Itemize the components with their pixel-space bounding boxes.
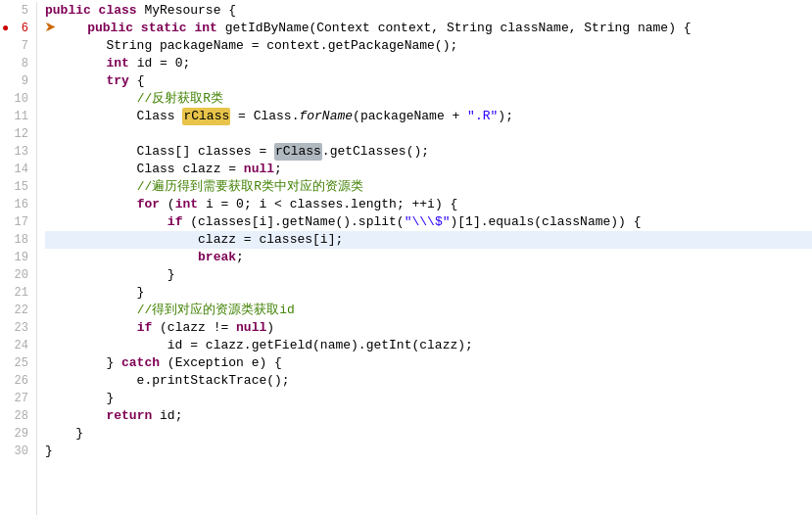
line-6: 6: [4, 20, 28, 37]
line-22: 22: [4, 302, 28, 319]
code-line-14: Class clazz = null;: [45, 161, 812, 178]
code-line-21: }: [45, 284, 812, 302]
comment-loop: //遍历得到需要获取R类中对应的资源类: [137, 178, 363, 196]
keyword-null-14: null: [244, 161, 274, 178]
code-line-16: for (int i = 0; i < classes.length; ++i)…: [45, 196, 812, 213]
string-split: "\\\$": [405, 213, 451, 231]
line-26: 26: [4, 372, 28, 390]
code-line-18: clazz = classes[i];: [45, 231, 812, 249]
line-17: 17: [4, 213, 28, 231]
line-24: 24: [4, 337, 28, 354]
line-27: 27: [4, 390, 28, 407]
code-line-19: break;: [45, 249, 812, 266]
line-30: 30: [4, 443, 28, 460]
keyword-public2: public: [87, 20, 141, 37]
code-line-8: int id = 0;: [45, 55, 812, 72]
code-line-12: [45, 125, 812, 143]
keyword-for: for: [137, 196, 167, 213]
keyword-catch: catch: [121, 354, 167, 372]
highlight-rclass-yellow: rClass: [182, 108, 230, 125]
line-15: 15: [4, 178, 28, 196]
code-line-11: Class rClass = Class.forName(packageName…: [45, 108, 812, 125]
line-5: 5: [4, 2, 28, 20]
keyword-if-17: if: [167, 213, 190, 231]
keyword-null-23: null: [236, 319, 266, 337]
code-line-30: }: [45, 443, 812, 460]
line-7: 7: [4, 37, 28, 55]
code-line-24: id = clazz.getField(name).getInt(clazz);: [45, 337, 812, 354]
line-28: 28: [4, 407, 28, 425]
string-r: ".R": [467, 108, 498, 125]
code-line-27: }: [45, 390, 812, 407]
code-line-15: //遍历得到需要获取R类中对应的资源类: [45, 178, 812, 196]
keyword-if-23: if: [137, 319, 160, 337]
line-13: 13: [4, 143, 28, 161]
line-12: 12: [4, 125, 28, 143]
comment-reflect: //反射获取R类: [137, 90, 223, 108]
line-9: 9: [4, 72, 28, 90]
code-line-28: return id;: [45, 407, 812, 425]
keyword-int: int: [194, 20, 224, 37]
line-19: 19: [4, 249, 28, 266]
code-content: public class MyResourse { ⮞ public stati…: [37, 2, 812, 515]
code-line-29: }: [45, 425, 812, 443]
code-line-26: e.printStackTrace();: [45, 372, 812, 390]
keyword-class: class: [99, 2, 145, 20]
code-line-5: public class MyResourse {: [45, 2, 812, 20]
code-line-9: try {: [45, 72, 812, 90]
keyword-int-8: int: [106, 55, 136, 72]
keyword-break: break: [198, 249, 236, 266]
code-line-25: } catch (Exception e) {: [45, 354, 812, 372]
highlight-rclass-gray: rClass: [274, 143, 322, 161]
method-forname: forName: [299, 108, 353, 125]
code-line-17: if (classes[i].getName().split("\\\$")[1…: [45, 213, 812, 231]
line-10: 10: [4, 90, 28, 108]
line-11: 11: [4, 108, 28, 125]
keyword-int-16: int: [175, 196, 206, 213]
line-23: 23: [4, 319, 28, 337]
code-line-20: }: [45, 266, 812, 284]
line-21: 21: [4, 284, 28, 302]
line-8: 8: [4, 55, 28, 72]
keyword-try: try: [106, 72, 136, 90]
code-line-23: if (clazz != null): [45, 319, 812, 337]
code-line-10: //反射获取R类: [45, 90, 812, 108]
code-editor: 5 6 7 8 9 10 11 12 13 14 15 16 17 18 19 …: [0, 0, 812, 515]
debug-arrow: ⮞: [45, 20, 57, 37]
line-14: 14: [4, 161, 28, 178]
code-line-22: //得到对应的资源类获取id: [45, 302, 812, 319]
line-25: 25: [4, 354, 28, 372]
keyword-public: public: [45, 2, 99, 20]
code-line-7: String packageName = context.getPackageN…: [45, 37, 812, 55]
keyword-static: static: [141, 20, 195, 37]
line-16: 16: [4, 196, 28, 213]
line-29: 29: [4, 425, 28, 443]
keyword-return: return: [106, 407, 160, 425]
comment-getid: //得到对应的资源类获取id: [137, 302, 295, 319]
line-18: 18: [4, 231, 28, 249]
code-line-6: ⮞ public static int getIdByName(Context …: [45, 20, 812, 37]
code-line-13: Class[] classes = rClass.getClasses();: [45, 143, 812, 161]
line-number-gutter: 5 6 7 8 9 10 11 12 13 14 15 16 17 18 19 …: [0, 2, 37, 515]
line-20: 20: [4, 266, 28, 284]
